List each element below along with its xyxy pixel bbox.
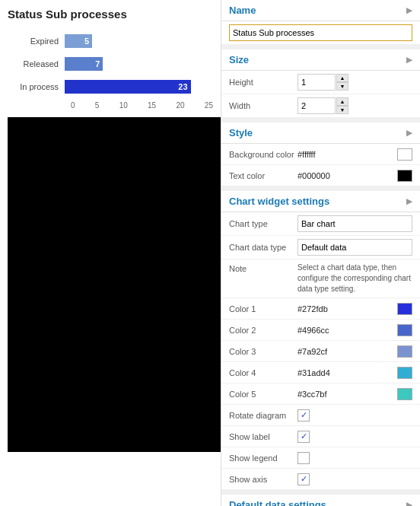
bg-color-row: #ffffff <box>298 148 412 161</box>
right-panel: Name ▶ Size ▶ Height ▲ ▼ Width ▲ ▼ <box>221 0 420 506</box>
show-legend-field-row: Show legend <box>221 447 420 469</box>
text-color-value: #000000 <box>298 171 394 180</box>
name-section-arrow: ▶ <box>406 6 412 14</box>
color5-row: #3cc7bf <box>298 388 412 400</box>
height-spinner-btns: ▲ ▼ <box>336 74 348 91</box>
style-section-header: Style ▶ <box>221 123 420 144</box>
bar-label-1: Released <box>15 59 65 68</box>
style-section-label: Style <box>229 127 253 138</box>
show-axis-field-row: Show axis ✓ <box>221 469 420 490</box>
bar-wrap-0: 5 <box>65 34 213 48</box>
color3-value: #7a92cf <box>298 347 394 356</box>
chart-data-input[interactable] <box>298 239 412 256</box>
x-axis-label: 20 <box>176 101 184 110</box>
rotate-label: Rotate diagram <box>229 411 298 420</box>
bg-color-field-row: Background color #ffffff <box>221 144 420 165</box>
color3-label: Color 3 <box>229 347 298 356</box>
height-down-btn[interactable]: ▼ <box>336 82 348 91</box>
show-legend-label: Show legend <box>229 453 298 463</box>
height-up-btn[interactable]: ▲ <box>336 74 348 82</box>
width-label: Width <box>229 101 298 110</box>
text-color-field-row: Text color #000000 <box>221 165 420 186</box>
show-label-field-row: Show label ✓ <box>221 426 420 447</box>
chart-section-arrow: ▶ <box>406 197 412 205</box>
chart-section-label: Chart widget settings <box>229 196 329 207</box>
width-spinner-btns: ▲ ▼ <box>336 97 348 114</box>
bar-2: 23 <box>65 80 191 94</box>
x-axis: 0510152025 <box>15 101 213 110</box>
show-label-checkbox[interactable]: ✓ <box>298 431 310 443</box>
text-color-label: Text color <box>229 171 298 180</box>
bar-1: 7 <box>65 57 103 71</box>
x-axis-label: 25 <box>205 101 213 110</box>
show-axis-checkbox[interactable]: ✓ <box>298 473 310 485</box>
x-axis-label: 15 <box>148 101 156 110</box>
height-input[interactable] <box>298 74 336 91</box>
color3-row: #7a92cf <box>298 345 412 358</box>
color3-swatch[interactable] <box>397 345 412 358</box>
bar-wrap-1: 7 <box>65 57 213 71</box>
chart-data-field-row: Chart data type <box>221 236 420 259</box>
color1-row: #272fdb <box>298 303 412 315</box>
name-field-row <box>221 21 420 45</box>
default-data-section-arrow: ▶ <box>406 501 412 506</box>
color5-swatch[interactable] <box>397 388 412 400</box>
color4-label: Color 4 <box>229 368 298 377</box>
rotate-field-row: Rotate diagram ✓ <box>221 405 420 426</box>
rotate-checkbox[interactable]: ✓ <box>298 409 310 422</box>
color5-value: #3cc7bf <box>298 390 394 399</box>
color3-field-row: Color 3 #7a92cf <box>221 341 420 362</box>
bars-container: Expired5Released7In process23 <box>15 33 213 95</box>
chart-data-label: Chart data type <box>229 243 298 252</box>
color2-field-row: Color 2 #4966cc <box>221 320 420 341</box>
name-section-label: Name <box>229 5 256 16</box>
width-up-btn[interactable]: ▲ <box>336 97 348 106</box>
note-field-row: Note Select a chart data type, then conf… <box>221 259 420 298</box>
show-label-label: Show label <box>229 432 298 441</box>
height-label: Height <box>229 78 298 87</box>
note-label: Note <box>229 263 298 273</box>
color4-row: #31add4 <box>298 367 412 379</box>
left-panel: Status Sub processes Expired5Released7In… <box>0 0 221 506</box>
color4-value: #31add4 <box>298 368 394 377</box>
width-input[interactable] <box>298 97 336 114</box>
bar-value-2: 23 <box>178 82 187 91</box>
style-section-arrow: ▶ <box>406 129 412 137</box>
bar-0: 5 <box>65 34 92 48</box>
x-axis-label: 10 <box>119 101 128 110</box>
color2-swatch[interactable] <box>397 324 412 336</box>
color1-label: Color 1 <box>229 304 298 313</box>
bar-row-1: Released7 <box>15 56 213 72</box>
text-color-swatch[interactable] <box>397 170 412 182</box>
black-block <box>8 117 228 452</box>
color4-field-row: Color 4 #31add4 <box>221 362 420 383</box>
show-legend-checkbox[interactable] <box>298 452 310 464</box>
x-axis-labels: 0510152025 <box>71 101 213 110</box>
color1-value: #272fdb <box>298 304 394 313</box>
size-section-label: Size <box>229 54 249 65</box>
name-section-header: Name ▶ <box>221 0 420 21</box>
name-input[interactable] <box>229 24 412 41</box>
width-field-row: Width ▲ ▼ <box>221 94 420 118</box>
bg-color-swatch[interactable] <box>397 148 412 161</box>
bar-wrap-2: 23 <box>65 80 213 94</box>
width-down-btn[interactable]: ▼ <box>336 106 348 114</box>
default-data-section-label: Default data settings <box>229 499 326 506</box>
chart-type-input[interactable] <box>298 215 412 232</box>
color5-label: Color 5 <box>229 390 298 399</box>
bar-row-0: Expired5 <box>15 33 213 49</box>
width-spinner: ▲ ▼ <box>298 97 412 114</box>
chart-section-header: Chart widget settings ▶ <box>221 191 420 212</box>
bg-color-value: #ffffff <box>298 150 394 159</box>
color1-field-row: Color 1 #272fdb <box>221 298 420 320</box>
chart-type-label: Chart type <box>229 219 298 228</box>
height-field-row: Height ▲ ▼ <box>221 71 420 94</box>
color1-swatch[interactable] <box>397 303 412 315</box>
color2-value: #4966cc <box>298 326 394 335</box>
size-section-arrow: ▶ <box>406 56 412 64</box>
color4-swatch[interactable] <box>397 367 412 379</box>
bar-label-2: In process <box>15 82 65 91</box>
color2-row: #4966cc <box>298 324 412 336</box>
bg-color-label: Background color <box>229 150 298 159</box>
x-axis-label: 0 <box>71 101 75 110</box>
